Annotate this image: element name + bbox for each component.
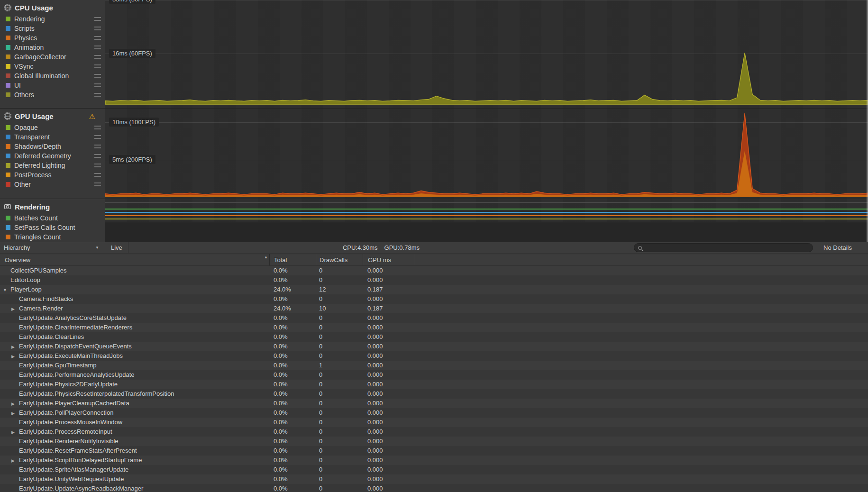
total-percent: 0.0% xyxy=(269,418,316,427)
gpu-usage-header[interactable]: GPU GPU Usage ⚠ xyxy=(0,109,105,123)
drag-handle-icon[interactable] xyxy=(94,83,101,87)
legend-item-shadows-depth[interactable]: Shadows/Depth xyxy=(0,142,105,151)
drag-handle-icon[interactable] xyxy=(94,36,101,40)
row-filler xyxy=(415,456,868,465)
rendering-module-sidebar: Rendering Batches CountSetPass Calls Cou… xyxy=(0,199,105,242)
foldout-collapsed-icon[interactable]: ▶ xyxy=(11,456,19,465)
table-row[interactable]: EarlyUpdate.PerformanceAnalyticsUpdate0.… xyxy=(0,370,868,380)
legend-item-opaque[interactable]: Opaque xyxy=(0,123,105,132)
table-row[interactable]: EarlyUpdate.SpriteAtlasManagerUpdate0.0%… xyxy=(0,465,868,474)
legend-item-scripts[interactable]: Scripts xyxy=(0,24,105,33)
table-row[interactable]: ▶EarlyUpdate.ExecuteMainThreadJobs0.0%00… xyxy=(0,351,868,361)
table-row[interactable]: EarlyUpdate.ResetFrameStatsAfterPresent0… xyxy=(0,446,868,456)
legend-item-rendering[interactable]: Rendering xyxy=(0,14,105,24)
legend-item-deferred-geometry[interactable]: Deferred Geometry xyxy=(0,151,105,161)
live-button[interactable]: Live xyxy=(105,242,128,253)
drag-handle-icon[interactable] xyxy=(94,74,101,78)
total-percent: 0.0% xyxy=(269,465,316,474)
row-filler xyxy=(415,361,868,370)
sample-name: EarlyUpdate.GpuTimestamp xyxy=(19,362,97,369)
drag-handle-icon[interactable] xyxy=(94,55,101,59)
table-row[interactable]: ▶EarlyUpdate.ScriptRunDelayedStartupFram… xyxy=(0,456,868,465)
column-header-gpums[interactable]: GPU ms xyxy=(363,254,415,265)
drag-handle-icon[interactable] xyxy=(94,164,101,167)
foldout-collapsed-icon[interactable]: ▶ xyxy=(11,428,19,437)
legend-item-vsync[interactable]: VSync xyxy=(0,62,105,71)
legend-color-swatch xyxy=(6,73,10,78)
row-filler xyxy=(415,323,868,332)
column-header-drawcalls[interactable]: DrawCalls xyxy=(316,254,363,265)
table-row[interactable]: ▶EarlyUpdate.ProcessRemoteInput0.0%00.00… xyxy=(0,427,868,437)
legend-item-ui[interactable]: UI xyxy=(0,81,105,90)
table-row[interactable]: EarlyUpdate.ProcessMouseInWindow0.0%00.0… xyxy=(0,418,868,427)
cpu-usage-chart[interactable]: 33ms (30FPS)16ms (60FPS) xyxy=(105,0,868,108)
table-row[interactable]: EarlyUpdate.GpuTimestamp0.0%10.000 xyxy=(0,361,868,370)
legend-item-global-illumination[interactable]: Global Illumination xyxy=(0,71,105,81)
total-percent: 0.0% xyxy=(269,294,316,304)
foldout-collapsed-icon[interactable]: ▶ xyxy=(11,399,19,408)
foldout-collapsed-icon[interactable]: ▶ xyxy=(11,409,19,418)
legend-item-other[interactable]: Other xyxy=(0,180,105,189)
table-row[interactable]: ▼PlayerLoop24.0%120.187 xyxy=(0,285,868,294)
drag-handle-icon[interactable] xyxy=(94,27,101,30)
drag-handle-icon[interactable] xyxy=(94,17,101,21)
table-row[interactable]: EditorLoop0.0%00.000 xyxy=(0,275,868,285)
row-filler xyxy=(415,427,868,437)
drag-handle-icon[interactable] xyxy=(94,93,101,97)
details-dropdown[interactable]: No Details xyxy=(818,242,858,253)
legend-item-setpass-calls-count[interactable]: SetPass Calls Count xyxy=(0,223,105,232)
legend-item-others[interactable]: Others xyxy=(0,90,105,100)
foldout-collapsed-icon[interactable]: ▶ xyxy=(11,342,19,351)
column-header-overview[interactable]: Overview ▲ xyxy=(0,254,269,265)
table-row[interactable]: EarlyUpdate.RendererNotifyInvisible0.0%0… xyxy=(0,437,868,446)
counter-line-batches-count xyxy=(105,209,868,210)
table-row[interactable]: EarlyUpdate.Physics2DEarlyUpdate0.0%00.0… xyxy=(0,380,868,389)
drag-handle-icon[interactable] xyxy=(94,135,101,139)
search-input[interactable] xyxy=(645,244,809,251)
foldout-expanded-icon[interactable]: ▼ xyxy=(3,285,10,294)
legend-item-deferred-lighting[interactable]: Deferred Lighting xyxy=(0,161,105,170)
column-header-total[interactable]: Total xyxy=(269,254,316,265)
drag-handle-icon[interactable] xyxy=(94,173,101,177)
view-mode-dropdown[interactable]: Hierarchy ▼ xyxy=(0,242,105,253)
chevron-down-icon: ▼ xyxy=(95,246,101,250)
table-row[interactable]: EarlyUpdate.AnalyticsCoreStatsUpdate0.0%… xyxy=(0,313,868,323)
foldout-collapsed-icon[interactable]: ▶ xyxy=(11,304,19,313)
drag-handle-icon[interactable] xyxy=(94,145,101,148)
legend-item-garbagecollector[interactable]: GarbageCollector xyxy=(0,52,105,62)
legend-item-batches-count[interactable]: Batches Count xyxy=(0,213,105,223)
search-box[interactable] xyxy=(634,243,813,252)
table-row[interactable]: CollectGPUSamples0.0%00.000 xyxy=(0,266,868,275)
cpu-usage-header[interactable]: CPU CPU Usage xyxy=(0,0,105,14)
legend-item-postprocess[interactable]: PostProcess xyxy=(0,170,105,180)
table-row[interactable]: ▶EarlyUpdate.DispatchEventQueueEvents0.0… xyxy=(0,342,868,351)
drag-handle-icon[interactable] xyxy=(94,126,101,129)
rendering-chart[interactable] xyxy=(105,199,868,242)
drag-handle-icon[interactable] xyxy=(94,46,101,49)
svg-text:GPU: GPU xyxy=(5,115,9,118)
legend-label: VSync xyxy=(14,63,33,70)
drag-handle-icon[interactable] xyxy=(94,64,101,68)
drag-handle-icon[interactable] xyxy=(94,154,101,158)
total-percent: 0.0% xyxy=(269,351,316,361)
legend-item-triangles-count[interactable]: Triangles Count xyxy=(0,232,105,242)
legend-item-physics[interactable]: Physics xyxy=(0,33,105,43)
table-row[interactable]: Camera.FindStacks0.0%00.000 xyxy=(0,294,868,304)
legend-item-transparent[interactable]: Transparent xyxy=(0,132,105,142)
sample-name: EarlyUpdate.PerformanceAnalyticsUpdate xyxy=(19,371,135,378)
drag-handle-icon[interactable] xyxy=(94,182,101,186)
gpu-usage-chart[interactable]: 10ms (100FPS)5ms (200FPS) xyxy=(105,109,868,199)
search-icon xyxy=(638,246,642,250)
table-row[interactable]: EarlyUpdate.ClearLines0.0%00.000 xyxy=(0,332,868,342)
table-row[interactable]: EarlyUpdate.UpdateAsyncReadbackManager0.… xyxy=(0,484,868,492)
table-row[interactable]: ▶Camera.Render24.0%100.187 xyxy=(0,304,868,313)
table-row[interactable]: EarlyUpdate.PhysicsResetInterpolatedTran… xyxy=(0,389,868,399)
table-row[interactable]: ▶EarlyUpdate.PollPlayerConnection0.0%00.… xyxy=(0,408,868,418)
table-row[interactable]: EarlyUpdate.ClearIntermediateRenderers0.… xyxy=(0,323,868,332)
table-row[interactable]: ▶EarlyUpdate.PlayerCleanupCachedData0.0%… xyxy=(0,399,868,408)
foldout-collapsed-icon[interactable]: ▶ xyxy=(11,352,19,361)
table-row[interactable]: EarlyUpdate.UnityWebRequestUpdate0.0%00.… xyxy=(0,474,868,484)
rendering-header[interactable]: Rendering xyxy=(0,199,105,213)
legend-item-animation[interactable]: Animation xyxy=(0,43,105,52)
drawcalls-count: 0 xyxy=(316,389,363,399)
